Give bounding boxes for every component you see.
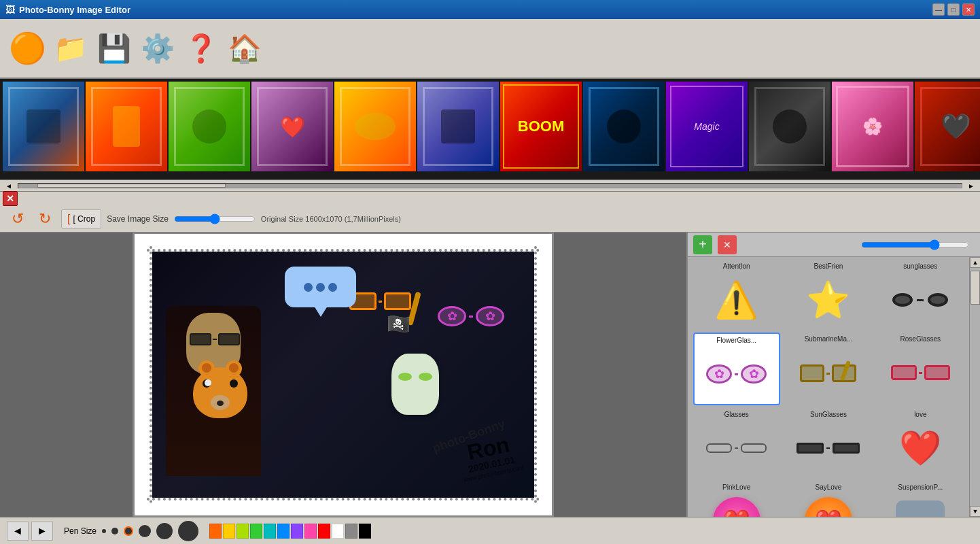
sticker-cell-sunglasses-row[interactable]: sunglasses [877, 260, 964, 330]
pen-size-1[interactable] [102, 529, 106, 533]
color-lime[interactable] [237, 524, 249, 539]
filmstrip-item[interactable] [417, 82, 499, 171]
color-orange[interactable] [209, 524, 222, 539]
pirate-hat-sticker[interactable]: 🏴‍☠️ [387, 313, 410, 335]
filmstrip-item[interactable] [169, 82, 250, 171]
sticker-cell-pinklove[interactable]: PinkLove ❤️ [693, 481, 780, 517]
sticker-cell-sunglasses[interactable]: SunGlasses [785, 408, 872, 478]
undo-button[interactable]: ↺ [7, 208, 29, 230]
filmstrip-container: ❤️ BOOM [0, 79, 980, 180]
pen-toolbar: ◄ ► Pen Size [0, 517, 980, 544]
sticker-name: FlowerGlas... [716, 337, 756, 344]
sticker-name: SubmarineMa... [805, 335, 853, 343]
sticker-cell-suspensionp[interactable]: SuspensionP... [877, 481, 964, 517]
filmstrip-item[interactable]: Magic [666, 82, 748, 171]
sticker-icon [893, 494, 947, 517]
crop-button[interactable]: [ [ Crop [61, 209, 101, 228]
redo-button[interactable]: ↻ [34, 208, 56, 230]
pen-size-label: Pen Size [64, 526, 97, 536]
save-button[interactable]: 💾 [95, 29, 133, 67]
sticker-icon: ⭐ [801, 273, 856, 327]
pen-size-3[interactable] [124, 526, 133, 536]
watermark: Ron 2020.01.01 www.photo-bonny.com [459, 437, 521, 477]
sticker-cell-submarineglasses[interactable]: SubmarineMa... [785, 333, 872, 405]
main-area: 🏴‍☠️ [0, 233, 980, 517]
pen-mode-buttons: ◄ ► [7, 522, 53, 541]
scroll-thumb[interactable] [37, 184, 226, 188]
color-black[interactable] [359, 524, 371, 539]
speech-bubble-sticker[interactable] [285, 267, 356, 307]
controls-bar: ↺ ↻ [ [ Crop Save Image Size Original Si… [0, 205, 980, 233]
sticker-size-slider[interactable] [861, 239, 969, 250]
minimize-button[interactable]: — [932, 3, 945, 16]
color-white[interactable] [332, 524, 344, 539]
main-toolbar: 🟠 📁 💾 ⚙️ ❓ 🏠 [0, 19, 980, 79]
pen-size-4[interactable] [139, 525, 151, 537]
scrollbar-thumb[interactable] [970, 271, 980, 305]
filmstrip-item[interactable]: ❤️ [251, 82, 333, 171]
color-purple[interactable] [291, 524, 303, 539]
sticker-name: SuspensionP... [898, 483, 943, 491]
filmstrip-item[interactable] [334, 82, 416, 171]
sticker-close-button[interactable]: ✕ [718, 235, 737, 254]
title-bar-left: 🖼 Photo-Bonny Image Editor [5, 4, 130, 15]
open-file-button[interactable]: 🟠 [8, 29, 46, 67]
close-strip: ✕ [0, 192, 980, 205]
pen-size-6[interactable] [178, 521, 198, 541]
scroll-right-button[interactable]: ► [965, 182, 977, 190]
filmstrip-item[interactable]: 🌸 [832, 82, 913, 171]
maximize-button[interactable]: □ [947, 3, 960, 16]
sticker-icon: ⚠️ [710, 273, 764, 327]
filmstrip-item[interactable] [3, 82, 84, 171]
size-slider[interactable] [174, 214, 256, 224]
canvas-area: 🏴‍☠️ [0, 233, 686, 517]
flower-glasses-sticker[interactable]: ✿ ✿ [438, 306, 504, 326]
scroll-track[interactable] [18, 183, 962, 188]
color-palette [209, 524, 371, 539]
help-button[interactable]: ❓ [182, 29, 220, 67]
color-yellow[interactable] [223, 524, 235, 539]
sticker-cell-bestfriend[interactable]: BestFrien ⭐ [785, 260, 872, 330]
folder-button[interactable]: 📁 [52, 29, 90, 67]
eraser-left-button[interactable]: ◄ [7, 522, 29, 541]
sticker-add-button[interactable]: + [693, 235, 712, 254]
filmstrip-item[interactable] [749, 82, 830, 171]
scrollbar-down-button[interactable]: ▼ [970, 506, 980, 517]
settings-button[interactable]: ⚙️ [139, 29, 177, 67]
bear-sticker[interactable] [193, 367, 247, 418]
sticker-cell-glasses[interactable]: Glasses [693, 408, 780, 478]
right-panel: + ✕ AttentIon ⚠️ BestFrien ⭐ sunglasses [686, 233, 980, 517]
close-button[interactable]: ✕ [962, 3, 975, 16]
filmstrip-item[interactable]: 🖤 [915, 82, 980, 171]
home-button[interactable]: 🏠 [226, 29, 264, 67]
color-red[interactable] [318, 524, 330, 539]
sticker-cell-flowerglasses[interactable]: FlowerGlas... ✿ ✿ [693, 333, 780, 405]
pen-size-5[interactable] [156, 523, 173, 539]
sticker-cell-love[interactable]: love ❤️ [877, 408, 964, 478]
eraser-right-button[interactable]: ► [31, 522, 53, 541]
color-teal[interactable] [264, 524, 276, 539]
scrollbar-up-button[interactable]: ▲ [970, 257, 980, 268]
color-pink[interactable] [304, 524, 317, 539]
strip-close-button[interactable]: ✕ [3, 191, 18, 206]
snorkel-sticker[interactable] [349, 292, 411, 310]
sticker-icon: ❤️ [710, 494, 764, 517]
app-icon: 🖼 [5, 4, 15, 15]
filmstrip-item[interactable] [86, 82, 167, 171]
color-green[interactable] [250, 524, 262, 539]
color-blue[interactable] [277, 524, 290, 539]
sticker-cell-attention[interactable]: AttentIon ⚠️ [693, 260, 780, 330]
alien-mask-sticker[interactable] [391, 354, 439, 415]
pen-size-2[interactable] [111, 528, 118, 534]
color-gray[interactable] [345, 524, 357, 539]
sticker-cell-roseglasses[interactable]: RoseGlasses [877, 333, 964, 405]
photo-canvas[interactable]: 🏴‍☠️ [133, 233, 554, 517]
original-size-info: Original Size 1600x1070 (1,7MillionPixel… [261, 215, 401, 223]
right-panel-scrollbar: ▲ ▼ [969, 257, 980, 517]
sticker-cell-saylove[interactable]: SayLove ❤️ [785, 481, 872, 517]
crop-icon: [ [67, 213, 70, 225]
filmstrip-item[interactable] [583, 82, 665, 171]
scroll-left-button[interactable]: ◄ [3, 182, 15, 190]
filmstrip-item[interactable]: BOOM [500, 82, 582, 171]
sticker-icon: ❤️ [893, 421, 947, 475]
